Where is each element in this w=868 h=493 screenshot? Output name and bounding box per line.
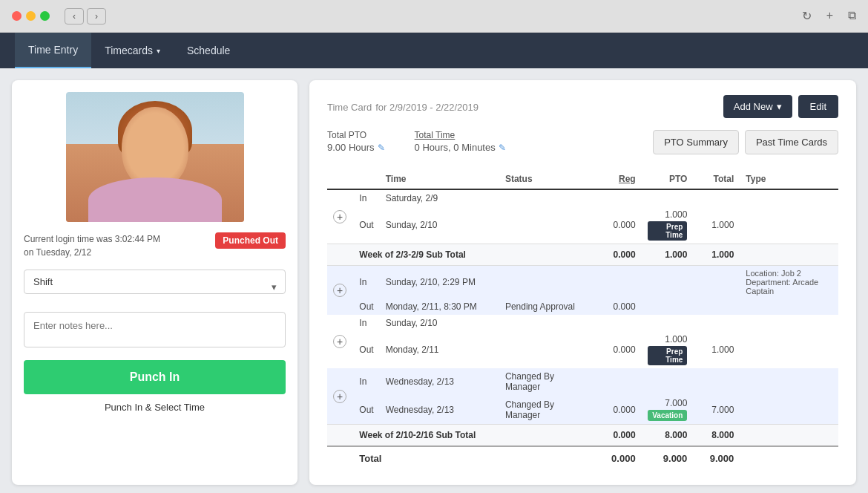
timecard-title: Time Card for 2/9/2019 - 2/22/2019: [327, 99, 479, 114]
time-cell: Sunday, 2/10: [380, 315, 499, 331]
back-button[interactable]: ‹: [65, 8, 84, 25]
out-label: Out: [353, 298, 379, 315]
reg-cell: [595, 315, 642, 331]
past-time-cards-button[interactable]: Past Time Cards: [745, 130, 838, 154]
add-new-label: Add New: [734, 101, 773, 112]
col-pto: PTO: [642, 169, 694, 189]
shift-select[interactable]: Shift Morning Shift Evening Shift Night …: [24, 270, 286, 294]
subtotal-row: Week of 2/10-2/16 Sub Total 0.000 8.000 …: [327, 425, 838, 447]
table-row: Out Monday, 2/11, 8:30 PM Pending Approv…: [327, 298, 838, 315]
login-line1: Current login time was 3:02:44 PM: [24, 232, 160, 246]
main-layout: Current login time was 3:02:44 PM on Tue…: [0, 68, 868, 493]
total-cell: [693, 315, 740, 331]
prep-time-badge: Prep Time: [648, 346, 688, 365]
out-label: Out: [353, 395, 379, 425]
pto-summary-button[interactable]: PTO Summary: [653, 130, 739, 154]
punch-in-select-time-link[interactable]: Punch In & Select Time: [24, 402, 286, 413]
maximize-button[interactable]: [40, 11, 50, 21]
reg-cell: [595, 368, 642, 395]
forward-button[interactable]: ›: [87, 8, 106, 25]
total-time-label[interactable]: Total Time: [415, 130, 506, 140]
pto-value: 9.00 Hours ✎: [327, 142, 385, 153]
nav-schedule[interactable]: Schedule: [174, 33, 243, 68]
nav-timecards[interactable]: Timecards ▾: [91, 33, 174, 68]
minimize-button[interactable]: [26, 11, 36, 21]
status-cell: Changed By Manager: [499, 368, 595, 395]
nav-arrows: ‹ ›: [65, 8, 106, 25]
subtotal-total: 8.000: [693, 425, 740, 447]
time-cell: Saturday, 2/9: [380, 189, 499, 206]
punched-out-badge: Punched Out: [215, 232, 286, 249]
total-time-edit-icon[interactable]: ✎: [499, 143, 506, 153]
edit-button[interactable]: Edit: [798, 95, 838, 118]
reg-cell: [595, 189, 642, 206]
pto-cell: [642, 315, 694, 331]
refresh-icon[interactable]: ↻: [802, 9, 812, 23]
type-cell: [740, 298, 838, 315]
navbar: Time Entry Timecards ▾ Schedule: [0, 33, 868, 68]
add-entry-button[interactable]: +: [333, 335, 346, 348]
in-label: In: [353, 189, 379, 206]
status-cell: [499, 206, 595, 244]
col-type: Type: [740, 169, 838, 189]
add-entry-button[interactable]: +: [333, 284, 346, 297]
out-label: Out: [353, 331, 379, 368]
nav-timecards-label: Timecards: [105, 45, 153, 56]
new-tab-icon[interactable]: +: [826, 9, 833, 23]
table-row: + In Sunday, 2/10, 2:29 PM Location: Job…: [327, 266, 838, 299]
table-row: Out Wednesday, 2/13 Changed By Manager 0…: [327, 395, 838, 425]
pto-row: Total PTO 9.00 Hours ✎ Total Time 0 Hour…: [327, 130, 838, 154]
login-line2: on Tuesday, 2/12: [24, 246, 160, 259]
punch-in-button[interactable]: Punch In: [24, 360, 286, 394]
in-label: In: [353, 266, 379, 299]
pto-cell: 7.000 Vacation: [642, 395, 694, 425]
header-actions: Add New ▾ Edit: [723, 95, 838, 118]
time-cell: Wednesday, 2/13: [380, 368, 499, 395]
status-cell: [499, 266, 595, 299]
add-entry-button[interactable]: +: [333, 390, 346, 403]
col-time: Time: [380, 169, 499, 189]
subtotal-label: Week of 2/3-2/9 Sub Total: [353, 244, 594, 266]
pto-amount: 9.00 Hours: [327, 142, 375, 153]
pto-cell: 1.000 Prep Time: [642, 331, 694, 368]
pto-label: Total PTO: [327, 130, 385, 140]
add-entry-button[interactable]: +: [333, 210, 346, 223]
table-row: Out Monday, 2/11 0.000 1.000 Prep Time 1…: [327, 331, 838, 368]
out-label: Out: [353, 206, 379, 244]
status-cell: Pending Approval: [499, 298, 595, 315]
type-cell: Location: Job 2Department: Arcade Captai…: [740, 266, 838, 299]
reg-cell: 0.000: [595, 331, 642, 368]
pto-edit-icon[interactable]: ✎: [378, 143, 385, 153]
total-cell: [693, 368, 740, 395]
total-row: Total 0.000 9.000 9.000: [327, 446, 838, 470]
type-cell: [740, 189, 838, 206]
table-row: + In Wednesday, 2/13 Changed By Manager: [327, 368, 838, 395]
subtotal-pto: 8.000: [642, 425, 694, 447]
pto-cell: 1.000 Prep Time: [642, 206, 694, 244]
reg-cell: 0.000: [595, 395, 642, 425]
subtotal-label: Week of 2/10-2/16 Sub Total: [353, 425, 594, 447]
total-cell: [693, 298, 740, 315]
time-cell: Monday, 2/11, 8:30 PM: [380, 298, 499, 315]
col-total: Total: [693, 169, 740, 189]
summary-actions: PTO Summary Past Time Cards: [653, 130, 838, 154]
timecard-header: Time Card for 2/9/2019 - 2/22/2019 Add N…: [327, 95, 838, 118]
nav-schedule-label: Schedule: [187, 45, 230, 56]
reg-cell: 0.000: [595, 206, 642, 244]
add-new-button[interactable]: Add New ▾: [723, 95, 792, 118]
total-cell: 7.000: [693, 395, 740, 425]
nav-time-entry-label: Time Entry: [28, 44, 78, 56]
duplicate-icon[interactable]: ⧉: [848, 9, 856, 23]
shift-wrapper: Shift Morning Shift Evening Shift Night …: [24, 270, 286, 303]
col-reg: Reg: [595, 169, 642, 189]
notes-input[interactable]: [24, 312, 286, 347]
titlebar: ‹ › ↻ + ⧉: [0, 0, 868, 33]
type-cell: [740, 395, 838, 425]
status-cell: [499, 331, 595, 368]
nav-time-entry[interactable]: Time Entry: [15, 33, 91, 68]
employee-photo: [66, 92, 244, 222]
login-info: Current login time was 3:02:44 PM on Tue…: [24, 232, 286, 259]
reg-cell: [595, 266, 642, 299]
status-cell: [499, 315, 595, 331]
close-button[interactable]: [12, 11, 22, 21]
